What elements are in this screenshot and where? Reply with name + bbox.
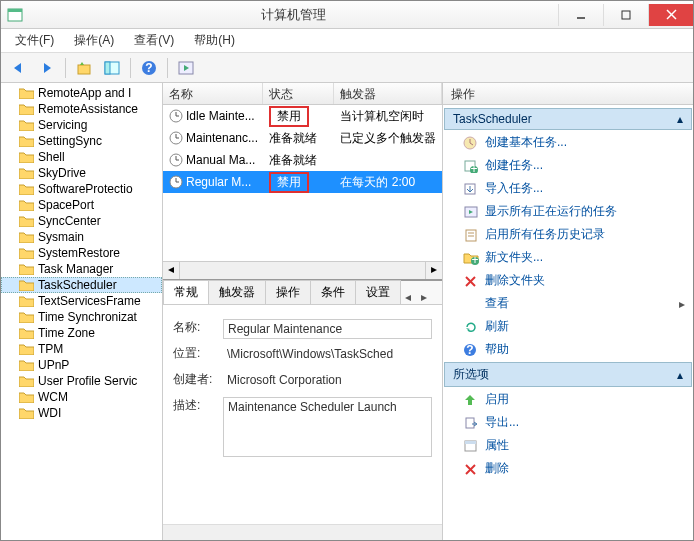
maximize-button[interactable] bbox=[603, 4, 648, 26]
tree-item[interactable]: Sysmain bbox=[1, 229, 162, 245]
action-label: 导入任务... bbox=[485, 180, 543, 197]
action-icon bbox=[463, 439, 479, 453]
tree-item[interactable]: Task Manager bbox=[1, 261, 162, 277]
tree-item[interactable]: UPnP bbox=[1, 357, 162, 373]
col-name[interactable]: 名称 bbox=[163, 83, 263, 104]
action-item[interactable]: 创建基本任务... bbox=[443, 131, 693, 154]
tree-item[interactable]: Servicing bbox=[1, 117, 162, 133]
tab-1[interactable]: 触发器 bbox=[208, 280, 266, 304]
tree-item[interactable]: SoftwareProtectio bbox=[1, 181, 162, 197]
action-item[interactable]: 显示所有正在运行的任务 bbox=[443, 200, 693, 223]
panel-button[interactable] bbox=[100, 56, 124, 80]
action-item[interactable]: 属性 bbox=[443, 434, 693, 457]
title-bar: 计算机管理 bbox=[1, 1, 693, 29]
tab-scroll-right[interactable]: ▸ bbox=[416, 290, 432, 304]
action-item[interactable]: ?帮助 bbox=[443, 338, 693, 361]
tree-item-label: Sysmain bbox=[38, 230, 84, 244]
tree-item[interactable]: WDI bbox=[1, 405, 162, 421]
tab-0[interactable]: 常规 bbox=[163, 280, 209, 304]
tree-item-label: SettingSync bbox=[38, 134, 102, 148]
menu-view[interactable]: 查看(V) bbox=[124, 30, 184, 51]
tree-item[interactable]: TPM bbox=[1, 341, 162, 357]
action-label: 新文件夹... bbox=[485, 249, 543, 266]
action-label: 启用所有任务历史记录 bbox=[485, 226, 605, 243]
tree-item-label: Servicing bbox=[38, 118, 87, 132]
action-item[interactable]: +新文件夹... bbox=[443, 246, 693, 269]
svg-rect-41 bbox=[466, 418, 474, 428]
task-list: 名称 状态 触发器 Idle Mainte...禁用当计算机空闲时Mainten… bbox=[163, 83, 442, 281]
task-row[interactable]: Regular M...禁用在每天的 2:00 bbox=[163, 171, 442, 193]
section-taskscheduler[interactable]: TaskScheduler▴ bbox=[444, 108, 692, 130]
task-row[interactable]: Idle Mainte...禁用当计算机空闲时 bbox=[163, 105, 442, 127]
tree-item[interactable]: SkyDrive bbox=[1, 165, 162, 181]
task-detail: 常规触发器操作条件设置◂▸ 名称: Regular Maintenance 位置… bbox=[163, 281, 442, 541]
tree-item[interactable]: SystemRestore bbox=[1, 245, 162, 261]
forward-button[interactable] bbox=[35, 56, 59, 80]
action-icon bbox=[463, 274, 479, 288]
tree-item[interactable]: WCM bbox=[1, 389, 162, 405]
action-item[interactable]: 启用所有任务历史记录 bbox=[443, 223, 693, 246]
close-button[interactable] bbox=[648, 4, 693, 26]
detail-scrollbar[interactable] bbox=[163, 524, 442, 541]
tab-2[interactable]: 操作 bbox=[265, 280, 311, 304]
action-icon: + bbox=[463, 159, 479, 173]
menu-help[interactable]: 帮助(H) bbox=[184, 30, 245, 51]
tab-scroll-left[interactable]: ◂ bbox=[400, 290, 416, 304]
tree-item[interactable]: Shell bbox=[1, 149, 162, 165]
tree-item[interactable]: Time Synchronizat bbox=[1, 309, 162, 325]
col-status[interactable]: 状态 bbox=[263, 83, 335, 104]
tab-3[interactable]: 条件 bbox=[310, 280, 356, 304]
tree-item[interactable]: RemoteApp and I bbox=[1, 85, 162, 101]
task-row[interactable]: Maintenanc...准备就绪已定义多个触发器 bbox=[163, 127, 442, 149]
tree-item[interactable]: SpacePort bbox=[1, 197, 162, 213]
detail-desc-value[interactable]: Maintenance Scheduler Launch bbox=[223, 397, 432, 457]
cell-status: 禁用 bbox=[263, 106, 335, 127]
action-icon bbox=[463, 182, 479, 196]
svg-rect-43 bbox=[465, 441, 476, 444]
tree-panel[interactable]: RemoteApp and IRemoteAssistanceServicing… bbox=[1, 83, 163, 541]
action-item[interactable]: 启用 bbox=[443, 388, 693, 411]
menu-action[interactable]: 操作(A) bbox=[64, 30, 124, 51]
tree-item[interactable]: RemoteAssistance bbox=[1, 101, 162, 117]
action-icon bbox=[463, 136, 479, 150]
action-icon bbox=[463, 205, 479, 219]
menu-file[interactable]: 文件(F) bbox=[5, 30, 64, 51]
action-item[interactable]: 查看▸ bbox=[443, 292, 693, 315]
tree-item[interactable]: TextServicesFrame bbox=[1, 293, 162, 309]
action-item[interactable]: 删除文件夹 bbox=[443, 269, 693, 292]
cell-name: Maintenanc... bbox=[163, 131, 263, 145]
action-item[interactable]: 导入任务... bbox=[443, 177, 693, 200]
svg-rect-8 bbox=[105, 62, 110, 74]
section-selected[interactable]: 所选项▴ bbox=[444, 362, 692, 387]
detail-location-value: \Microsoft\Windows\TaskSched bbox=[223, 345, 432, 365]
tree-item[interactable]: TaskScheduler bbox=[1, 277, 162, 293]
action-item[interactable]: 删除 bbox=[443, 457, 693, 480]
minimize-button[interactable] bbox=[558, 4, 603, 26]
help-toolbar-button[interactable]: ? bbox=[137, 56, 161, 80]
back-button[interactable] bbox=[7, 56, 31, 80]
detail-author-label: 创建者: bbox=[173, 371, 223, 391]
cell-name: Regular M... bbox=[163, 175, 263, 189]
tree-item-label: Shell bbox=[38, 150, 65, 164]
action-item[interactable]: +创建任务... bbox=[443, 154, 693, 177]
up-button[interactable] bbox=[72, 56, 96, 80]
task-row[interactable]: Manual Ma...准备就绪 bbox=[163, 149, 442, 171]
action-label: 启用 bbox=[485, 391, 509, 408]
action-icon bbox=[463, 416, 479, 430]
tree-item-label: Time Zone bbox=[38, 326, 95, 340]
action-item[interactable]: 导出... bbox=[443, 411, 693, 434]
tab-4[interactable]: 设置 bbox=[355, 280, 401, 304]
tree-item[interactable]: SettingSync bbox=[1, 133, 162, 149]
task-list-header: 名称 状态 触发器 bbox=[163, 83, 442, 105]
action-item[interactable]: 刷新 bbox=[443, 315, 693, 338]
action-icon bbox=[463, 297, 479, 311]
detail-name-value[interactable]: Regular Maintenance bbox=[223, 319, 432, 339]
tree-item-label: Task Manager bbox=[38, 262, 113, 276]
task-scrollbar[interactable]: ◂ ▸ bbox=[163, 261, 442, 279]
run-button[interactable] bbox=[174, 56, 198, 80]
col-trigger[interactable]: 触发器 bbox=[334, 83, 442, 104]
tree-item[interactable]: User Profile Servic bbox=[1, 373, 162, 389]
detail-desc-label: 描述: bbox=[173, 397, 223, 457]
tree-item[interactable]: SyncCenter bbox=[1, 213, 162, 229]
tree-item[interactable]: Time Zone bbox=[1, 325, 162, 341]
